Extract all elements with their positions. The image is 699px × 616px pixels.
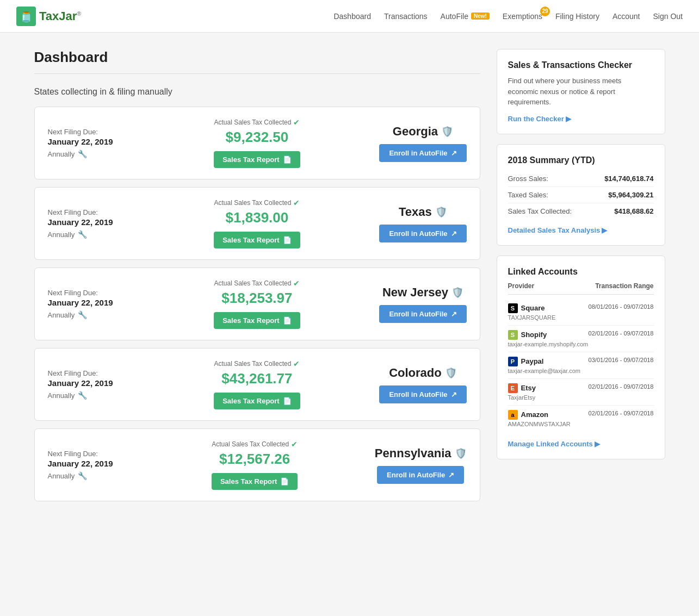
- provider-info-3: E Etsy TaxjarEtsy: [508, 383, 536, 401]
- card-left-pennsylvania: Next Filing Due: January 22, 2019 Annual…: [48, 450, 135, 480]
- summary-bottom: Detailed Sales Tax Analysis▶: [508, 226, 654, 234]
- summary-value-2: $418,688.62: [614, 207, 653, 215]
- enroll-button-new-jersey[interactable]: Enroll in AutoFile ↗: [379, 305, 466, 323]
- frequency-row-pennsylvania: Annually 🔧: [48, 471, 135, 480]
- state-cards: Next Filing Due: January 22, 2019 Annual…: [34, 107, 480, 501]
- frequency-text-pennsylvania: Annually: [48, 472, 75, 480]
- amount-colorado: $43,261.77: [146, 370, 369, 387]
- amount-texas: $1,839.00: [146, 209, 369, 226]
- enroll-icon-new-jersey: ↗: [451, 310, 457, 318]
- report-button-georgia[interactable]: Sales Tax Report 📄: [214, 151, 300, 168]
- provider-name-row-4: a Amazon: [508, 410, 571, 420]
- checker-title: Sales & Transactions Checker: [508, 60, 654, 70]
- provider-icon-2: P: [508, 357, 518, 366]
- exemptions-notification: 29: [540, 7, 550, 16]
- provider-icon-4: a: [508, 410, 518, 420]
- enroll-icon-texas: ↗: [451, 229, 457, 238]
- detailed-analysis-link[interactable]: Detailed Sales Tax Analysis▶: [508, 226, 608, 234]
- report-doc-icon-colorado: 📄: [283, 397, 292, 405]
- state-name-colorado: Colorado 🛡️: [379, 366, 466, 380]
- enroll-icon-colorado: ↗: [451, 390, 457, 399]
- collected-label-colorado: Actual Sales Tax Collected ✔: [146, 359, 369, 368]
- state-card-new-jersey: Next Filing Due: January 22, 2019 Annual…: [34, 267, 480, 340]
- filing-label-colorado: Next Filing Due:: [48, 369, 135, 377]
- summary-value-1: $5,964,309.21: [608, 191, 653, 199]
- logo-text: TaxJar®: [39, 9, 81, 23]
- nav-exemptions-wrap: Exemptions 29: [503, 12, 542, 21]
- nav-links: Dashboard Transactions AutoFile New! Exe…: [333, 12, 683, 21]
- check-icon-colorado: ✔: [293, 359, 300, 368]
- nav-account[interactable]: Account: [613, 12, 640, 21]
- enroll-icon-pennsylvania: ↗: [448, 471, 454, 479]
- state-name-new-jersey: New Jersey 🛡️: [379, 285, 466, 300]
- summary-rows: Gross Sales: $14,740,618.74 Taxed Sales:…: [508, 171, 654, 219]
- nav-filing-history[interactable]: Filing History: [555, 12, 599, 21]
- summary-card: 2018 Summary (YTD) Gross Sales: $14,740,…: [497, 144, 665, 246]
- enroll-button-colorado[interactable]: Enroll in AutoFile ↗: [379, 385, 466, 403]
- card-right-pennsylvania: Pennsylvania 🛡️ Enroll in AutoFile ↗: [375, 446, 467, 484]
- summary-label-0: Gross Sales:: [508, 175, 548, 183]
- frequency-row-texas: Annually 🔧: [48, 230, 135, 239]
- provider-name-4: Amazon: [521, 410, 549, 419]
- wrench-icon-georgia[interactable]: 🔧: [78, 150, 87, 158]
- card-right-texas: Texas 🛡️ Enroll in AutoFile ↗: [379, 205, 466, 242]
- filing-date-georgia: January 22, 2019: [48, 137, 135, 146]
- wrench-icon-texas[interactable]: 🔧: [78, 230, 87, 239]
- enroll-button-georgia[interactable]: Enroll in AutoFile ↗: [379, 144, 466, 162]
- card-middle-colorado: Actual Sales Tax Collected ✔ $43,261.77 …: [146, 359, 369, 409]
- provider-icon-0: S: [508, 303, 518, 313]
- shield-icon-colorado: 🛡️: [445, 367, 457, 379]
- provider-icon-3: E: [508, 383, 518, 393]
- report-button-texas[interactable]: Sales Tax Report 📄: [214, 232, 300, 248]
- state-card-pennsylvania: Next Filing Due: January 22, 2019 Annual…: [34, 428, 480, 501]
- provider-sub-3: TaxjarEtsy: [508, 394, 536, 401]
- account-row-amazon: a Amazon AMAZONMWSTAXJAR 02/01/2016 - 09…: [508, 406, 654, 432]
- wrench-icon-colorado[interactable]: 🔧: [78, 391, 87, 400]
- provider-name-row-2: P Paypal: [508, 357, 580, 366]
- report-button-colorado[interactable]: Sales Tax Report 📄: [214, 393, 300, 409]
- report-button-pennsylvania[interactable]: Sales Tax Report 📄: [212, 473, 298, 490]
- provider-name-3: Etsy: [521, 384, 536, 392]
- report-button-new-jersey[interactable]: Sales Tax Report 📄: [214, 312, 300, 329]
- check-icon-new-jersey: ✔: [293, 279, 300, 288]
- navbar: 🫙 TaxJar® Dashboard Transactions AutoFil…: [0, 0, 699, 33]
- provider-info-2: P Paypal taxjar-example@taxjar.com: [508, 357, 580, 374]
- state-card-texas: Next Filing Due: January 22, 2019 Annual…: [34, 187, 480, 260]
- nav-sign-out[interactable]: Sign Out: [653, 12, 683, 21]
- run-checker-link[interactable]: Run the Checker▶: [508, 115, 571, 123]
- frequency-row-georgia: Annually 🔧: [48, 150, 135, 158]
- summary-label-2: Sales Tax Collected:: [508, 207, 572, 215]
- collected-label-new-jersey: Actual Sales Tax Collected ✔: [146, 279, 369, 288]
- enroll-button-pennsylvania[interactable]: Enroll in AutoFile ↗: [377, 466, 464, 484]
- state-card-colorado: Next Filing Due: January 22, 2019 Annual…: [34, 348, 480, 421]
- summary-title: 2018 Summary (YTD): [508, 155, 654, 165]
- linked-accounts-header: Provider Transaction Range: [508, 282, 654, 295]
- wrench-icon-pennsylvania[interactable]: 🔧: [78, 471, 87, 480]
- check-icon-pennsylvania: ✔: [291, 440, 298, 449]
- account-row-paypal: P Paypal taxjar-example@taxjar.com 03/01…: [508, 352, 654, 379]
- state-name-pennsylvania: Pennsylvania 🛡️: [375, 446, 467, 461]
- nav-dashboard[interactable]: Dashboard: [333, 12, 371, 21]
- shield-icon-new-jersey: 🛡️: [451, 287, 463, 298]
- col-range: Transaction Range: [595, 282, 653, 290]
- linked-accounts-rows: S Square TAXJARSQUARE 08/01/2016 - 09/07…: [508, 299, 654, 432]
- provider-name-1: Shopify: [521, 331, 547, 339]
- nav-autofile[interactable]: AutoFile New!: [441, 12, 490, 21]
- amount-georgia: $9,232.50: [146, 129, 369, 146]
- nav-exemptions[interactable]: Exemptions: [503, 12, 542, 21]
- summary-row-1: Taxed Sales: $5,964,309.21: [508, 187, 654, 203]
- wrench-icon-new-jersey[interactable]: 🔧: [78, 310, 87, 319]
- summary-value-0: $14,740,618.74: [604, 175, 653, 183]
- card-middle-georgia: Actual Sales Tax Collected ✔ $9,232.50 S…: [146, 118, 369, 168]
- tx-range-4: 02/01/2016 - 09/07/2018: [589, 410, 654, 416]
- logo[interactable]: 🫙 TaxJar®: [16, 7, 81, 26]
- card-middle-new-jersey: Actual Sales Tax Collected ✔ $18,253.97 …: [146, 279, 369, 329]
- enroll-button-texas[interactable]: Enroll in AutoFile ↗: [379, 225, 466, 242]
- collected-label-texas: Actual Sales Tax Collected ✔: [146, 198, 369, 207]
- filing-date-new-jersey: January 22, 2019: [48, 298, 135, 307]
- frequency-row-new-jersey: Annually 🔧: [48, 310, 135, 319]
- nav-transactions[interactable]: Transactions: [384, 12, 428, 21]
- manage-linked-accounts-link[interactable]: Manage Linked Accounts▶: [508, 440, 600, 448]
- provider-info-4: a Amazon AMAZONMWSTAXJAR: [508, 410, 571, 427]
- shield-icon-georgia: 🛡️: [441, 126, 453, 138]
